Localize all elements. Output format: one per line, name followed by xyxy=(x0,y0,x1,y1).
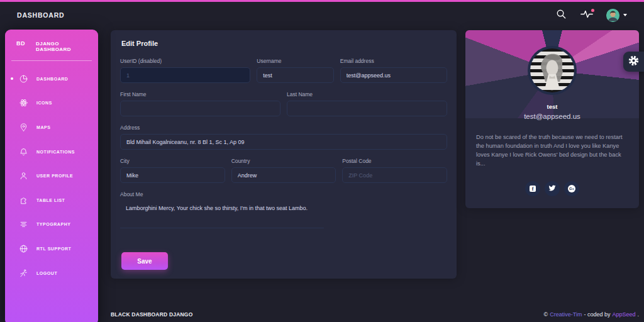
active-indicator-dot xyxy=(11,77,13,80)
sidebar-item-label: TYPOGRAPHY xyxy=(36,222,71,226)
footer-brand: BLACK DASHBOARD DJANGO xyxy=(111,311,193,318)
address-field[interactable] xyxy=(120,134,447,150)
pie-chart-icon xyxy=(18,74,28,84)
city-label: City xyxy=(120,158,225,164)
footer-period: . xyxy=(637,311,639,318)
gear-icon xyxy=(628,55,640,69)
coded-by-text: - coded by xyxy=(584,311,610,318)
creative-tim-link[interactable]: Creative-Tim xyxy=(550,311,582,318)
profile-name: test xyxy=(465,103,639,110)
top-navbar: DASHBOARD xyxy=(0,2,644,28)
sidebar: BD DJANGO DASHBOARD DASHBOARD ICONS MAPS xyxy=(5,30,98,322)
notifications-button[interactable] xyxy=(580,9,593,21)
country-label: Country xyxy=(231,158,336,164)
navbar-avatar xyxy=(606,9,619,22)
footer-credits: © Creative-Tim - coded by AppSeed. xyxy=(544,311,639,318)
username-label: Username xyxy=(257,58,334,64)
facebook-icon: f xyxy=(530,186,536,192)
pin-icon xyxy=(18,122,28,132)
copyright-symbol: © xyxy=(544,311,548,318)
sidebar-item-user-profile[interactable]: USER PROFILE xyxy=(5,164,98,188)
sidebar-item-rtl-support[interactable]: RTL SUPPORT xyxy=(5,236,98,261)
footer: BLACK DASHBOARD DJANGO © Creative-Tim - … xyxy=(111,311,639,318)
atom-icon xyxy=(18,98,28,108)
sidebar-item-label: DASHBOARD xyxy=(36,77,68,81)
profile-social-row: f G+ xyxy=(465,181,639,196)
form-row: About Me Lamborghini Mercy, Your chick s… xyxy=(117,191,450,231)
google-plus-button[interactable]: G+ xyxy=(564,181,579,196)
sidebar-item-label: USER PROFILE xyxy=(36,174,73,178)
profile-avatar-photo xyxy=(530,48,574,92)
userid-label: UserID (disabled) xyxy=(120,58,250,64)
search-icon xyxy=(556,9,567,21)
about-me-field[interactable]: Lamborghini Mercy, Your chick she so thi… xyxy=(120,201,324,228)
form-row: UserID (disabled) Username Email address xyxy=(117,58,450,83)
user-menu-button[interactable] xyxy=(606,9,627,22)
email-field[interactable] xyxy=(340,67,447,83)
sidebar-item-label: RTL SUPPORT xyxy=(36,247,71,251)
accent-top-border xyxy=(0,0,644,2)
navbar-actions xyxy=(555,9,627,22)
sidebar-item-notifications[interactable]: NOTIFICATIONS xyxy=(5,140,98,164)
postal-code-label: Postal Code xyxy=(342,158,447,164)
sidebar-item-dashboard[interactable]: DASHBOARD xyxy=(5,67,98,91)
single-person-icon xyxy=(18,171,28,181)
postal-code-field[interactable] xyxy=(342,167,447,183)
globe-icon xyxy=(18,243,28,253)
sidebar-logo-mini[interactable]: BD xyxy=(16,40,25,47)
about-me-label: About Me xyxy=(120,191,324,197)
sidebar-item-logout[interactable]: LOGOUT xyxy=(5,261,98,286)
form-row: City Country Postal Code xyxy=(117,158,450,183)
search-button[interactable] xyxy=(555,9,567,21)
puzzle-icon xyxy=(18,195,28,205)
edit-profile-title: Edit Profile xyxy=(121,40,447,47)
sidebar-item-label: TABLE LIST xyxy=(36,198,65,203)
profile-description: Do not be scared of the truth because we… xyxy=(476,133,630,169)
running-person-icon xyxy=(18,268,28,278)
google-plus-icon: G+ xyxy=(568,185,575,192)
last-name-field[interactable] xyxy=(287,101,447,116)
twitter-icon xyxy=(548,184,556,194)
facebook-button[interactable]: f xyxy=(525,181,540,196)
edit-profile-card: Edit Profile UserID (disabled) Username … xyxy=(111,30,457,279)
notification-dot xyxy=(591,9,594,12)
user-profile-card: test test@appseed.us Do not be scared of… xyxy=(465,30,639,208)
sidebar-logo-text[interactable]: DJANGO DASHBOARD xyxy=(36,41,92,52)
address-label: Address xyxy=(120,125,447,131)
form-row: First Name Last Name xyxy=(117,91,450,116)
sidebar-item-icons[interactable]: ICONS xyxy=(5,91,98,116)
country-field[interactable] xyxy=(231,167,336,183)
sidebar-nav: DASHBOARD ICONS MAPS NOTIFICATIONS USER xyxy=(5,64,98,285)
sidebar-divider xyxy=(11,60,92,61)
username-field[interactable] xyxy=(257,67,334,83)
sidebar-item-maps[interactable]: MAPS xyxy=(5,115,98,140)
first-name-field[interactable] xyxy=(120,101,280,116)
page-title: DASHBOARD xyxy=(17,11,64,19)
sidebar-header: BD DJANGO DASHBOARD xyxy=(5,30,98,52)
settings-panel-button[interactable] xyxy=(623,52,644,72)
profile-email: test@appseed.us xyxy=(465,113,639,120)
bell-icon xyxy=(18,147,28,157)
sidebar-item-label: NOTIFICATIONS xyxy=(36,150,75,154)
sidebar-item-label: LOGOUT xyxy=(36,271,57,275)
last-name-label: Last Name xyxy=(287,91,447,97)
form-row: Address xyxy=(117,125,450,150)
twitter-button[interactable] xyxy=(545,181,560,196)
sidebar-item-label: MAPS xyxy=(36,125,50,130)
appseed-link[interactable]: AppSeed xyxy=(612,311,635,318)
userid-field[interactable] xyxy=(120,67,250,83)
city-field[interactable] xyxy=(120,167,225,183)
sidebar-item-typography[interactable]: TYPOGRAPHY xyxy=(5,213,98,237)
align-lines-icon xyxy=(18,219,28,230)
save-button[interactable]: Save xyxy=(121,252,168,270)
caret-down-icon xyxy=(623,14,627,16)
sidebar-item-label: ICONS xyxy=(36,101,52,105)
sidebar-item-table-list[interactable]: TABLE LIST xyxy=(5,188,98,213)
profile-avatar[interactable] xyxy=(528,46,577,95)
first-name-label: First Name xyxy=(120,91,280,97)
email-label: Email address xyxy=(340,58,447,64)
